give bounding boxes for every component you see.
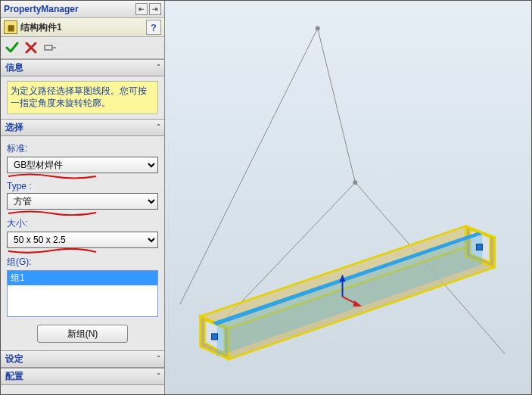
expand-icon: ˇ xyxy=(157,355,160,363)
annotation-underline-icon xyxy=(7,248,158,254)
section-config: 配置 ˇ xyxy=(1,368,164,385)
pin-left-icon[interactable]: ⇤ xyxy=(135,3,148,15)
ok-button[interactable] xyxy=(5,42,19,54)
svg-line-7 xyxy=(180,28,318,304)
type-label: Type : xyxy=(7,181,158,191)
section-select: 选择 ˆ 标准: GB型材焊件 Type : 方管 xyxy=(1,119,164,350)
action-bar xyxy=(1,37,164,59)
type-select[interactable]: 方管 xyxy=(7,193,158,210)
size-label: 大小: xyxy=(7,217,158,230)
standard-select[interactable]: GB型材焊件 xyxy=(7,157,158,173)
svg-rect-0 xyxy=(45,45,52,50)
pin-right-icon[interactable]: ⇥ xyxy=(149,3,161,15)
section-info-title: 信息 xyxy=(5,61,23,74)
collapse-icon: ˆ xyxy=(157,64,160,72)
section-settings-header[interactable]: 设定 ˇ xyxy=(1,351,164,368)
pm-title: PropertyManager xyxy=(4,4,79,14)
model-canvas xyxy=(165,1,531,394)
size-select[interactable]: 50 x 50 x 2.5 xyxy=(7,232,158,248)
structural-member-icon: ▦ xyxy=(4,20,17,34)
expand-icon: ˇ xyxy=(157,372,160,381)
annotation-underline-icon xyxy=(7,173,158,179)
feature-title-bar: ▦ 结构构件1 ? xyxy=(1,18,164,37)
cancel-button[interactable] xyxy=(25,42,37,54)
property-manager-panel: PropertyManager ⇤ ⇥ ▦ 结构构件1 ? xyxy=(1,1,165,394)
section-settings-title: 设定 xyxy=(5,353,23,365)
svg-marker-15 xyxy=(217,235,483,356)
feature-title: 结构构件1 xyxy=(20,21,62,34)
group-label: 组(G): xyxy=(7,256,158,269)
graphics-viewport[interactable] xyxy=(165,1,531,394)
annotation-underline-icon xyxy=(7,210,158,216)
group-listbox[interactable]: 组1 xyxy=(7,270,158,317)
group-list-item[interactable]: 组1 xyxy=(8,271,157,285)
pm-pin-icons: ⇤ ⇥ xyxy=(135,3,161,15)
section-config-header[interactable]: 配置 ˇ xyxy=(1,369,164,385)
section-settings: 设定 ˇ xyxy=(1,350,164,368)
section-config-title: 配置 xyxy=(5,370,23,383)
svg-line-4 xyxy=(318,28,356,182)
help-button[interactable]: ? xyxy=(146,20,161,35)
svg-rect-17 xyxy=(476,244,482,250)
pushpin-icon[interactable] xyxy=(43,42,57,53)
section-select-header[interactable]: 选择 ˆ xyxy=(1,120,164,136)
new-group-button[interactable]: 新组(N) xyxy=(37,325,128,343)
standard-label: 标准: xyxy=(7,142,158,155)
svg-rect-16 xyxy=(212,334,218,340)
section-info-header[interactable]: 信息 ˆ xyxy=(1,60,164,76)
pm-title-bar: PropertyManager ⇤ ⇥ xyxy=(1,1,164,18)
collapse-icon: ˆ xyxy=(157,123,160,132)
structural-tube-body xyxy=(201,226,495,359)
section-select-title: 选择 xyxy=(5,121,23,134)
info-message: 为定义路径选择草图线段。您可按一指定角度来旋转轮廓。 xyxy=(7,81,158,114)
section-info: 信息 ˆ 为定义路径选择草图线段。您可按一指定角度来旋转轮廓。 xyxy=(1,59,164,119)
